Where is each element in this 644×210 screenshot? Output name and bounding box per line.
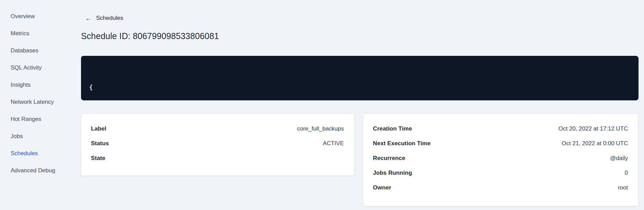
- schedule-status-card: Label core_full_backups Status ACTIVE St…: [81, 113, 354, 176]
- arrow-left-icon: ←: [85, 15, 92, 22]
- row-value: Oct 20, 2022 at 17:12 UTC: [559, 125, 628, 132]
- code-line: {: [89, 83, 630, 92]
- schedule-meta-card: Creation Time Oct 20, 2022 at 17:12 UTC …: [363, 113, 639, 206]
- page-title: Schedule ID: 806799098533806081: [81, 31, 639, 41]
- detail-row-recurrence: Recurrence @daily: [373, 151, 628, 165]
- row-label: Creation Time: [373, 125, 412, 132]
- detail-row-jobs-running: Jobs Running 0: [373, 165, 628, 180]
- back-link-label: Schedules: [96, 15, 123, 22]
- sidebar-item-insights[interactable]: Insights: [0, 76, 78, 94]
- sidebar-item-sql-activity[interactable]: SQL Activity: [0, 59, 78, 76]
- sidebar-item-jobs[interactable]: Jobs: [0, 128, 78, 145]
- row-label: Owner: [373, 184, 391, 191]
- sidebar-item-advanced-debug[interactable]: Advanced Debug: [0, 162, 78, 179]
- row-value: @daily: [610, 155, 628, 162]
- detail-row-owner: Owner root: [373, 180, 628, 195]
- schedule-detail-page: ← Schedules Schedule ID: 806799098533806…: [81, 0, 639, 206]
- sidebar-item-overview[interactable]: Overview: [0, 8, 78, 25]
- row-label: State: [91, 155, 105, 162]
- sidebar-item-schedules[interactable]: Schedules: [0, 145, 78, 162]
- back-to-schedules-link[interactable]: ← Schedules: [81, 14, 123, 22]
- row-value: Oct 21, 2022 at 0:00 UTC: [562, 140, 628, 147]
- row-value: core_full_backups: [297, 125, 344, 132]
- row-label: Recurrence: [373, 155, 405, 162]
- detail-row-next-execution-time: Next Execution Time Oct 21, 2022 at 0:00…: [373, 136, 628, 151]
- detail-cards-row: Label core_full_backups Status ACTIVE St…: [81, 113, 639, 206]
- detail-row-label: Label core_full_backups: [91, 121, 344, 136]
- row-value: root: [618, 184, 628, 191]
- row-label: Jobs Running: [373, 170, 412, 176]
- sidebar-item-metrics[interactable]: Metrics: [0, 25, 78, 42]
- sidebar-item-databases[interactable]: Databases: [0, 42, 78, 59]
- sidebar-item-network-latency[interactable]: Network Latency: [0, 94, 78, 111]
- sidebar-nav: Overview Metrics Databases SQL Activity …: [0, 8, 78, 179]
- row-value: 0: [625, 170, 628, 176]
- backup-statement-code-block: { "backup_statement": "BACKUP INTO 's3:/…: [81, 56, 639, 100]
- row-label: Next Execution Time: [373, 140, 431, 147]
- detail-row-status: Status ACTIVE: [91, 136, 344, 151]
- row-label: Label: [91, 125, 106, 132]
- sidebar-item-hot-ranges[interactable]: Hot Ranges: [0, 111, 78, 128]
- row-label: Status: [91, 140, 109, 147]
- row-value: ACTIVE: [323, 140, 344, 147]
- detail-row-state: State: [91, 151, 344, 165]
- detail-row-creation-time: Creation Time Oct 20, 2022 at 17:12 UTC: [373, 121, 628, 136]
